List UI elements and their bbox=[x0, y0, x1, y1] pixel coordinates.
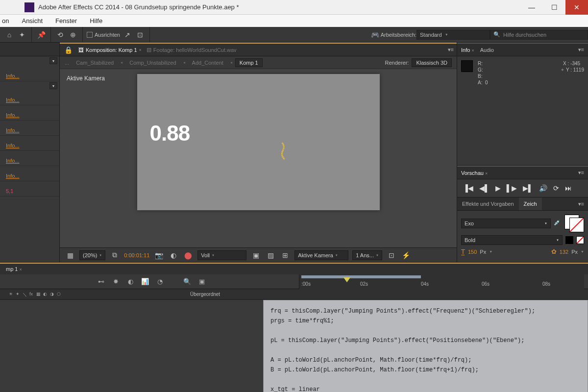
crumb-cam[interactable]: Cam_Stabilized bbox=[72, 59, 118, 67]
tl-fx-icon[interactable]: ◔ bbox=[154, 276, 166, 287]
panel-menu-icon[interactable]: ▾≡ bbox=[578, 201, 588, 207]
timeline-tab[interactable]: mp 1 × bbox=[3, 266, 25, 272]
crumb-komp1[interactable]: Komp 1 bbox=[235, 58, 263, 67]
region-icon[interactable]: ⊞ bbox=[280, 250, 291, 261]
maximize-button[interactable]: ☐ bbox=[543, 0, 565, 15]
switch-3d-icon[interactable]: ⬡ bbox=[57, 292, 63, 297]
fast-preview-icon[interactable]: ⚡ bbox=[401, 250, 412, 261]
view-dropdown[interactable]: Aktive Kamera bbox=[294, 250, 348, 260]
font-size-value[interactable]: 150 bbox=[468, 249, 477, 255]
menu-hilfe[interactable]: Hilfe bbox=[88, 16, 104, 26]
switch-line-icon[interactable]: ＼ bbox=[23, 292, 28, 297]
menu-fenster[interactable]: Fenster bbox=[53, 16, 79, 26]
tool-controller-icon[interactable]: 🎮 bbox=[370, 29, 381, 40]
tab-audio[interactable]: Audio bbox=[480, 47, 494, 53]
align-checkbox[interactable] bbox=[87, 32, 93, 38]
play-button[interactable]: ▶ bbox=[495, 184, 501, 192]
list-item[interactable]: Info... bbox=[0, 90, 59, 105]
panel-menu-icon[interactable]: ▾≡ bbox=[448, 47, 454, 53]
list-item[interactable]: Info... bbox=[0, 66, 59, 81]
font-weight-dropdown[interactable]: Bold bbox=[461, 235, 563, 245]
tab-vorschau[interactable]: Vorschau × bbox=[461, 170, 488, 176]
switch-adjust-icon[interactable]: ◑ bbox=[50, 292, 56, 297]
mini-swatch-black[interactable] bbox=[565, 236, 573, 244]
tool-anchor-icon[interactable]: ⊕ bbox=[68, 29, 78, 40]
list-item[interactable]: Info... bbox=[0, 136, 59, 151]
help-search[interactable]: 🔍 Hilfe durchsuchen bbox=[490, 30, 588, 40]
tl-3d-icon[interactable]: ✸ bbox=[110, 276, 122, 287]
current-time-indicator[interactable] bbox=[343, 277, 350, 282]
audio-button[interactable]: 🔊 bbox=[539, 184, 547, 192]
options-icon[interactable]: ⊡ bbox=[386, 250, 397, 261]
left-item-dd[interactable]: ▼ bbox=[49, 82, 57, 89]
lock-icon[interactable]: 🔒 bbox=[63, 45, 74, 55]
ram-preview-button[interactable]: ⏭ bbox=[565, 184, 572, 192]
tool-snap-box-icon[interactable]: ⊡ bbox=[135, 29, 146, 40]
tool-pin-icon[interactable]: 📌 bbox=[36, 29, 47, 40]
loop-button[interactable]: ⟳ bbox=[553, 184, 559, 192]
tab-character[interactable]: Zeich bbox=[519, 197, 542, 210]
tl-frame-icon[interactable]: ▣ bbox=[196, 276, 208, 287]
grid-icon[interactable]: ▦ bbox=[65, 250, 75, 261]
close-tab-icon[interactable]: × bbox=[139, 48, 142, 52]
list-item[interactable]: Info... bbox=[0, 121, 59, 136]
transparency-icon[interactable]: ▨ bbox=[265, 250, 276, 261]
work-area-bar[interactable] bbox=[301, 275, 421, 278]
tl-blur-icon[interactable]: ◐ bbox=[124, 276, 136, 287]
tab-effects[interactable]: Effekte und Vorgaben bbox=[457, 201, 519, 207]
tl-search-icon[interactable]: 🔍 bbox=[181, 276, 193, 287]
first-frame-button[interactable]: ▐◀ bbox=[463, 184, 473, 192]
tool-home-icon[interactable]: ⌂ bbox=[4, 29, 15, 40]
prev-frame-button[interactable]: ◀▌ bbox=[479, 184, 490, 192]
tab-footage[interactable]: ▧ Footage: helloWorldSoundCut.wav bbox=[147, 47, 237, 53]
last-frame-button[interactable]: ▶▌ bbox=[523, 184, 533, 192]
list-item[interactable]: Info... bbox=[0, 151, 59, 166]
switch-film-icon[interactable]: ▦ bbox=[36, 292, 42, 297]
minimize-button[interactable]: — bbox=[520, 0, 543, 15]
tab-info[interactable]: Info × bbox=[461, 47, 474, 53]
panel-menu-icon[interactable]: ▾≡ bbox=[578, 170, 584, 176]
viewer[interactable]: Aktive Kamera 0.88 bbox=[60, 69, 457, 247]
tl-shy-icon[interactable]: ⊷ bbox=[95, 276, 107, 287]
expression-editor[interactable]: frq = thisComp.layer("Jumping Points").e… bbox=[263, 300, 588, 392]
switch-sun-icon[interactable]: ☀ bbox=[9, 292, 15, 297]
list-item[interactable]: Info... bbox=[0, 105, 59, 121]
quality-dropdown[interactable]: Voll bbox=[197, 250, 246, 260]
composition-canvas[interactable]: 0.88 bbox=[137, 74, 380, 210]
time-ruler[interactable]: :00s 02s 04s 06s 08s 10s bbox=[299, 274, 584, 289]
menu-on[interactable]: on bbox=[0, 16, 11, 26]
crumb-add[interactable]: Add_Content bbox=[188, 59, 227, 67]
left-filter-dd[interactable]: ▼ bbox=[49, 57, 57, 64]
workspace-dropdown[interactable]: Standard bbox=[416, 30, 490, 40]
exposure-icon[interactable]: ◐ bbox=[168, 250, 179, 261]
views-count-dropdown[interactable]: 1 Ans... bbox=[352, 250, 382, 260]
menu-ansicht[interactable]: Ansicht bbox=[20, 16, 45, 26]
eyedropper-icon[interactable]: 💉 bbox=[554, 220, 562, 227]
color-icon[interactable]: ⬤ bbox=[183, 250, 194, 261]
tl-graph-icon[interactable]: 📊 bbox=[139, 276, 151, 287]
switch-star-icon[interactable]: ✦ bbox=[16, 292, 22, 297]
leading-value[interactable]: 132 bbox=[560, 249, 568, 255]
renderer-dropdown[interactable]: Klassisch 3D bbox=[412, 58, 452, 67]
timecode[interactable]: 0:00:01:11 bbox=[124, 252, 149, 258]
stroke-color-swatch[interactable] bbox=[569, 218, 584, 232]
crosshair-icon: + bbox=[561, 67, 564, 73]
panel-menu-icon[interactable]: ▾≡ bbox=[578, 47, 584, 53]
tool-snap-icon[interactable]: ↗ bbox=[122, 29, 133, 40]
switch-fx-icon[interactable]: fx bbox=[29, 292, 35, 297]
tool-rotate-icon[interactable]: ⟲ bbox=[55, 29, 66, 40]
mask-icon[interactable]: ▣ bbox=[250, 250, 261, 261]
list-item-red[interactable]: 5,1 bbox=[0, 181, 59, 196]
tab-composition[interactable]: 🖼 Komposition: Komp 1 × bbox=[78, 47, 142, 53]
next-frame-button[interactable]: ▌▶ bbox=[507, 184, 517, 192]
tool-wand-icon[interactable]: ✦ bbox=[17, 29, 27, 40]
list-item[interactable]: Info... bbox=[0, 166, 59, 181]
zoom-dropdown[interactable]: (20%) bbox=[79, 250, 105, 260]
resolution-icon[interactable]: ⧉ bbox=[109, 250, 120, 261]
font-family-dropdown[interactable]: Exo bbox=[461, 219, 551, 228]
switch-blur-icon[interactable]: ◐ bbox=[43, 292, 49, 297]
camera-icon[interactable]: 📷 bbox=[153, 250, 164, 261]
crumb-unstab[interactable]: Comp_Unstabilized bbox=[125, 59, 180, 67]
mini-swatch-none[interactable] bbox=[576, 236, 584, 244]
close-button[interactable]: ✕ bbox=[565, 0, 588, 15]
